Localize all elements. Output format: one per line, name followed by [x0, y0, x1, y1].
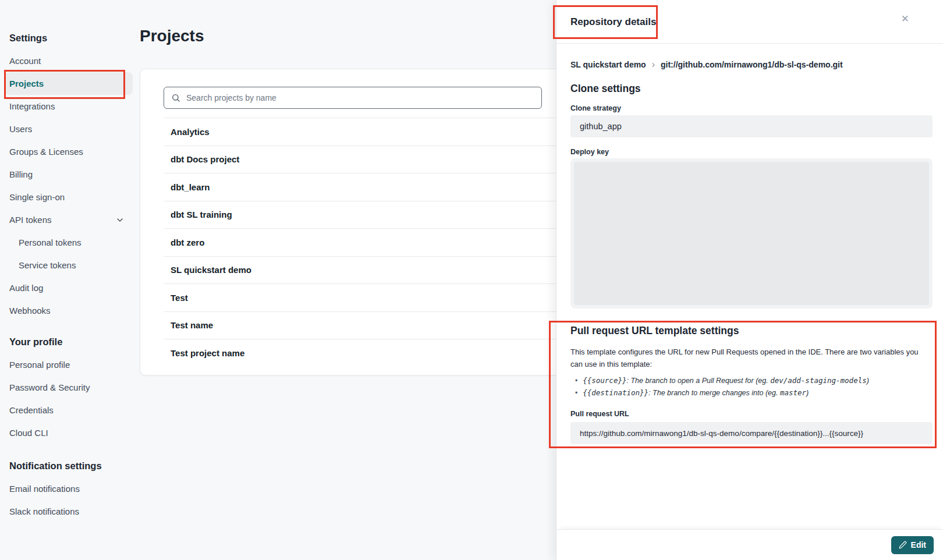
search-box [164, 87, 542, 109]
edit-button[interactable]: Edit [891, 536, 934, 554]
repository-details-drawer: Repository details ✕ SL quickstart demo … [556, 0, 943, 560]
sidebar-item-groups-licenses[interactable]: Groups & Licenses [5, 140, 133, 163]
drawer-footer: Edit [556, 529, 943, 560]
sidebar-item-cloud-cli[interactable]: Cloud CLI [5, 421, 133, 444]
sidebar-item-users[interactable]: Users [5, 118, 133, 140]
search-input[interactable] [164, 87, 542, 109]
deploy-key-value-redacted [570, 158, 933, 309]
sidebar-section-notification-settings: Notification settings Email notification… [0, 444, 137, 523]
sidebar-item-service-tokens[interactable]: Service tokens [5, 254, 133, 277]
breadcrumb-repo-url: git://github.com/mirnawong1/db-sl-qs-dem… [661, 60, 843, 69]
sidebar-item-billing[interactable]: Billing [5, 163, 133, 186]
bullet-icon: • [575, 375, 577, 387]
close-icon[interactable]: ✕ [901, 14, 909, 24]
template-variable-list: • {{source}}: The branch to open a Pull … [570, 374, 933, 399]
breadcrumb: SL quickstart demo › git://github.com/mi… [570, 59, 843, 70]
sidebar-item-single-sign-on[interactable]: Single sign-on [5, 186, 133, 208]
sidebar-item-credentials[interactable]: Credentials [5, 399, 133, 421]
list-item: • {{source}}: The branch to open a Pull … [570, 374, 933, 387]
sidebar-item-password-security[interactable]: Password & Security [5, 376, 133, 399]
sidebar-heading-settings: Settings [5, 27, 133, 49]
bullet-icon: • [575, 387, 577, 399]
sidebar-item-slack-notifications[interactable]: Slack notifications [5, 500, 133, 523]
pull-request-section-heading: Pull request URL template settings [570, 325, 933, 337]
clone-strategy-label: Clone strategy [570, 104, 621, 112]
drawer-title: Repository details [570, 16, 656, 28]
chevron-right-icon: › [652, 59, 655, 70]
list-item: • {{destination}}: The branch to merge c… [570, 387, 933, 399]
search-icon [171, 93, 180, 102]
pull-request-url-section: Pull request URL template settings This … [570, 325, 933, 444]
sidebar-section-your-profile: Your profile Personal profile Password &… [0, 322, 137, 444]
pull-request-url-label: Pull request URL [570, 410, 933, 418]
settings-sidebar: Settings Account Projects Integrations U… [0, 0, 137, 560]
sidebar-item-personal-tokens[interactable]: Personal tokens [5, 231, 133, 254]
sidebar-item-personal-profile[interactable]: Personal profile [5, 353, 133, 376]
sidebar-item-email-notifications[interactable]: Email notifications [5, 477, 133, 500]
pull-request-url-value: https://github.com/mirnawong1/db-sl-qs-d… [570, 422, 933, 444]
pull-request-description: This template configures the URL for new… [570, 346, 933, 370]
drawer-header: Repository details ✕ [556, 0, 943, 44]
sidebar-item-api-tokens[interactable]: API tokens [5, 208, 133, 231]
page-title: Projects [140, 27, 204, 45]
sidebar-item-webhooks[interactable]: Webhooks [5, 299, 133, 322]
sidebar-heading-your-profile: Your profile [5, 331, 133, 353]
sidebar-item-audit-log[interactable]: Audit log [5, 277, 133, 299]
sidebar-item-account[interactable]: Account [5, 49, 133, 72]
pencil-icon [899, 541, 907, 549]
breadcrumb-project: SL quickstart demo [570, 60, 646, 69]
chevron-down-icon [115, 215, 125, 225]
sidebar-item-projects[interactable]: Projects [5, 72, 133, 95]
deploy-key-label: Deploy key [570, 148, 609, 156]
clone-settings-heading: Clone settings [570, 83, 641, 95]
sidebar-heading-notification-settings: Notification settings [5, 455, 133, 477]
clone-strategy-value: github_app [570, 115, 933, 137]
sidebar-item-integrations[interactable]: Integrations [5, 95, 133, 118]
sidebar-section-settings: Settings Account Projects Integrations U… [0, 0, 137, 322]
